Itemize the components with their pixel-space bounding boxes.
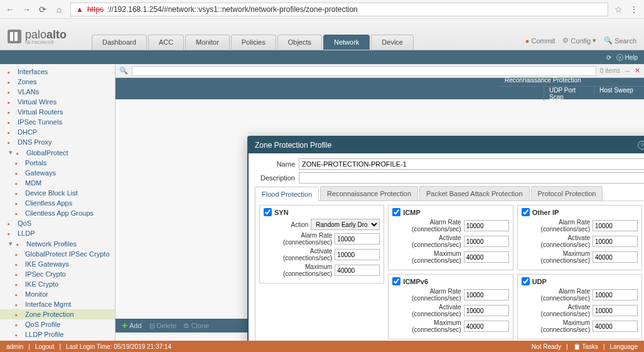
icmpv6-alarm-input[interactable] [464, 289, 509, 300]
name-label: Name [255, 160, 295, 168]
sidebar-item-interface-mgmt[interactable]: ▪Interface Mgmt [0, 299, 115, 309]
modal-tab-reconnaissance-protection[interactable]: Reconnaissance Protection [320, 186, 418, 201]
tab-policies[interactable]: Policies [231, 35, 276, 50]
syn-checkbox[interactable] [264, 208, 272, 216]
udp-maximum-input[interactable] [593, 321, 638, 332]
otherip-checkbox[interactable] [522, 208, 530, 216]
sidebar-item-ike-gateways[interactable]: ▪IKE Gateways [0, 259, 115, 269]
sidebar-item-monitor[interactable]: ▪Monitor [0, 289, 115, 299]
sidebar-item-vlans[interactable]: ▪VLANs [0, 87, 115, 97]
sidebar-item-ike-crypto[interactable]: ▪IKE Crypto [0, 279, 115, 289]
forward-icon[interactable]: → [21, 4, 31, 14]
tab-monitor[interactable]: Monitor [185, 35, 230, 50]
modal-help-icon[interactable]: ? [638, 141, 644, 150]
grid-header-udp: UDP Port Scan [544, 87, 594, 101]
icmp-checkbox[interactable] [392, 208, 400, 216]
sidebar-item-globalprotect[interactable]: ▾▪GlobalProtect [0, 147, 115, 158]
sidebar-item-lldp-profile[interactable]: ▪LLDP Profile [0, 329, 115, 339]
help-link[interactable]: ? Help [616, 54, 638, 61]
clone-button[interactable]: ⧉Clone [184, 322, 209, 330]
sidebar-item-clientless-apps[interactable]: ▪Clientless Apps [0, 198, 115, 208]
content-area: 🔍 0 items → ✕ Reconnaissance Protection … [115, 64, 644, 344]
modal-tab-flood-protection[interactable]: Flood Protection [255, 187, 319, 201]
close-icon[interactable]: ✕ [635, 67, 640, 75]
folder-icon: ▪ [15, 180, 23, 186]
description-input[interactable] [299, 172, 644, 184]
reload-icon[interactable]: ⟳ [38, 4, 48, 14]
folder-icon: ▪ [8, 139, 15, 145]
syn-activate-input[interactable] [335, 249, 380, 260]
sidebar-item-dhcp[interactable]: ▪DHCP [0, 127, 115, 137]
sidebar-item-lldp[interactable]: ▪LLDP [0, 228, 115, 238]
clear-icon[interactable]: → [624, 67, 631, 75]
refresh-icon[interactable]: ⟳ [606, 54, 611, 61]
sidebar-item-mdm[interactable]: ▪MDM [0, 178, 115, 188]
sidebar-item-qos[interactable]: ▪QoS [0, 218, 115, 228]
sidebar-item-clientless-app-groups[interactable]: ▪Clientless App Groups [0, 208, 115, 218]
bookmark-icon[interactable]: ☆ [614, 4, 623, 14]
udp-alarm-input[interactable] [593, 289, 638, 300]
delete-button[interactable]: ⊟Delete [149, 322, 177, 330]
icmpv6-maximum-input[interactable] [464, 321, 509, 332]
folder-icon: ▪ [15, 200, 23, 206]
modal-overlay: Zone Protection Profile ? Name Descripti… [231, 114, 644, 333]
otherip-maximum-input[interactable] [593, 251, 638, 263]
name-input[interactable] [299, 158, 644, 170]
udp-checkbox[interactable] [522, 277, 530, 285]
sidebar-item-gateways[interactable]: ▪Gateways [0, 168, 115, 178]
add-button[interactable]: ✚Add [122, 322, 142, 330]
tasks-link[interactable]: 📋 Tasks [573, 343, 598, 350]
grid-search-input[interactable] [132, 66, 596, 76]
address-bar[interactable]: ▲ https://192.168.1.254/#network::vsys1:… [70, 3, 608, 16]
syn-alarm-input[interactable] [335, 233, 380, 245]
modal-tab-protocol-protection[interactable]: Protocol Protection [531, 186, 603, 201]
folder-icon: ▪ [8, 69, 15, 75]
folder-icon: ▪ [15, 170, 23, 176]
sidebar-item-portals[interactable]: ▪Portals [0, 158, 115, 168]
commit-button[interactable]: ●Commit [525, 36, 555, 45]
otherip-activate-input[interactable] [593, 236, 638, 247]
sidebar: ▪Interfaces▪Zones▪VLANs▪Virtual Wires▪Vi… [0, 64, 115, 344]
sidebar-item-interfaces[interactable]: ▪Interfaces [0, 67, 115, 77]
otherip-alarm-input[interactable] [593, 220, 638, 231]
home-icon[interactable]: ⌂ [54, 4, 64, 14]
icmpv6-checkbox[interactable] [392, 277, 400, 285]
language-link[interactable]: Language [610, 343, 638, 350]
sidebar-item-zones[interactable]: ▪Zones [0, 77, 115, 87]
sidebar-item-virtual-routers[interactable]: ▪Virtual Routers [0, 107, 115, 117]
icmpv6-activate-input[interactable] [464, 305, 509, 316]
modal-tab-packet-based-attack-protection[interactable]: Packet Based Attack Protection [419, 186, 529, 201]
syn-maximum-input[interactable] [335, 265, 380, 276]
context-bar: ⟳ ? Help [0, 50, 644, 64]
menu-icon[interactable]: ⋮ [629, 4, 639, 14]
tab-device[interactable]: Device [371, 35, 414, 50]
folder-icon: ▪ [16, 241, 24, 247]
folder-icon: ▪ [8, 119, 15, 125]
sidebar-item-zone-protection[interactable]: ▪Zone Protection [0, 309, 115, 319]
syn-action-select[interactable]: Random Early Drop [311, 219, 380, 230]
tab-acc[interactable]: ACC [148, 35, 184, 50]
sidebar-item-ipsec-tunnels[interactable]: ▪IPSec Tunnels [0, 117, 115, 127]
folder-icon: ▪ [8, 230, 15, 236]
tab-dashboard[interactable]: Dashboard [92, 35, 147, 50]
icmp-maximum-input[interactable] [464, 251, 509, 263]
item-count: 0 items [600, 67, 620, 74]
sidebar-item-dns-proxy[interactable]: ▪DNS Proxy [0, 137, 115, 147]
sidebar-item-network-profiles[interactable]: ▾▪Network Profiles [0, 238, 115, 249]
back-icon[interactable]: ← [5, 4, 15, 14]
tab-network[interactable]: Network [323, 35, 370, 50]
logout-link[interactable]: Logout [35, 343, 55, 350]
icmp-fieldset: ICMP Alarm Rate (connections/sec) Activa… [388, 205, 513, 270]
config-button[interactable]: ⚙Config▾ [562, 36, 596, 45]
sidebar-item-virtual-wires[interactable]: ▪Virtual Wires [0, 97, 115, 107]
sidebar-item-ipsec-crypto[interactable]: ▪IPSec Crypto [0, 269, 115, 279]
tab-objects[interactable]: Objects [277, 35, 322, 50]
search-button[interactable]: 🔍Search [604, 36, 636, 45]
udp-activate-input[interactable] [593, 305, 638, 316]
sidebar-item-device-block-list[interactable]: ▪Device Block List [0, 188, 115, 198]
sidebar-item-globalprotect-ipsec-crypto[interactable]: ▪GlobalProtect IPSec Crypto [0, 249, 115, 259]
sidebar-item-qos-profile[interactable]: ▪QoS Profile [0, 319, 115, 329]
brand-mark-icon [8, 30, 21, 43]
icmp-alarm-input[interactable] [464, 220, 509, 231]
icmp-activate-input[interactable] [464, 236, 509, 247]
